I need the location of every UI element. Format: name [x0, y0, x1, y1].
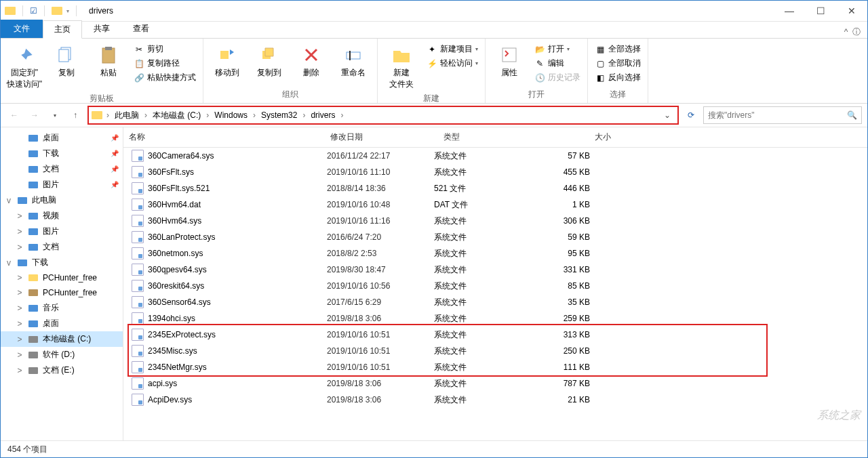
column-name[interactable]: 名称 — [123, 127, 325, 147]
delete-button[interactable]: 删除 — [292, 43, 331, 80]
up-button[interactable]: ↑ — [67, 107, 83, 123]
navigation-pane[interactable]: 桌面📌下载📌文档📌图片📌v此电脑>视频>图片>文档v下载>PCHunter_fr… — [1, 127, 123, 440]
open-button[interactable]: 📂打开 ▾ — [532, 43, 583, 56]
breadcrumb[interactable]: › 此电脑›本地磁盘 (C:)›Windows›System32›drivers… — [87, 106, 679, 125]
sidebar-item[interactable]: >本地磁盘 (C:) — [1, 331, 123, 347]
column-headers[interactable]: 名称 修改日期 类型 大小 — [123, 127, 867, 148]
column-type[interactable]: 类型 — [438, 127, 538, 147]
cut-button[interactable]: ✂剪切 — [131, 43, 199, 56]
chevron-right-icon[interactable]: › — [301, 110, 307, 120]
pin-to-quick-access-button[interactable]: 固定到" 快速访问" — [5, 43, 44, 91]
sidebar-item[interactable]: >文档 (E:) — [1, 362, 123, 378]
chevron-right-icon[interactable]: › — [143, 110, 149, 120]
sidebar-item[interactable]: >文档 — [1, 239, 123, 255]
expand-icon[interactable]: > — [16, 366, 24, 375]
table-row[interactable]: 2345NetMgr.sys2019/10/16 10:51系统文件111 KB — [123, 359, 867, 375]
table-row[interactable]: 360netmon.sys2018/8/2 2:53系统文件95 KB — [123, 245, 867, 262]
expand-icon[interactable]: v — [5, 258, 13, 268]
table-row[interactable]: 360Sensor64.sys2017/6/15 6:29系统文件35 KB — [123, 294, 867, 310]
sidebar-item[interactable]: >软件 (D:) — [1, 347, 123, 362]
table-row[interactable]: 2345Misc.sys2019/10/16 10:51系统文件250 KB — [123, 343, 867, 359]
sidebar-item[interactable]: v下载 — [1, 255, 123, 270]
forward-button[interactable]: → — [26, 107, 43, 123]
table-row[interactable]: 360Hvm64.sys2019/10/16 11:16系统文件306 KB — [123, 213, 867, 229]
sidebar-item[interactable]: >PCHunter_free — [1, 285, 123, 300]
qat-check-icon[interactable]: ☑ — [30, 6, 37, 16]
sidebar-item[interactable]: >视频 — [1, 208, 123, 224]
history-button[interactable]: 🕓历史记录 — [532, 71, 583, 84]
new-item-button[interactable]: ✦新建项目 ▾ — [424, 43, 481, 56]
qat-folder-icon[interactable] — [52, 7, 62, 15]
chevron-right-icon[interactable]: › — [205, 110, 210, 120]
refresh-button[interactable]: ⟳ — [683, 107, 699, 123]
back-button[interactable]: ← — [6, 107, 22, 123]
sidebar-item[interactable]: 桌面📌 — [1, 130, 123, 146]
file-list[interactable]: 名称 修改日期 类型 大小 360Camera64.sys2016/11/24 … — [123, 127, 867, 440]
table-row[interactable]: AcpiDev.sys2019/8/18 3:06系统文件21 KB — [123, 392, 867, 408]
select-none-button[interactable]: ▢全部取消 — [592, 57, 644, 70]
table-row[interactable]: 2345ExProtect.sys2019/10/16 10:51系统文件313… — [123, 327, 867, 343]
minimize-button[interactable]: — — [774, 1, 805, 21]
sidebar-item[interactable]: 图片📌 — [1, 177, 123, 192]
table-row[interactable]: 360qpesv64.sys2019/8/30 18:47系统文件331 KB — [123, 262, 867, 278]
sidebar-item[interactable]: v此电脑 — [1, 192, 123, 208]
breadcrumb-segment[interactable]: Windows — [210, 110, 252, 120]
expand-icon[interactable]: > — [16, 227, 24, 236]
chevron-right-icon[interactable]: › — [105, 110, 111, 120]
tab-home[interactable]: 主页 — [43, 20, 82, 39]
table-row[interactable]: 360FsFlt.sys2019/10/16 11:10系统文件455 KB — [123, 164, 867, 180]
sidebar-item[interactable]: >音乐 — [1, 300, 123, 316]
expand-icon[interactable]: v — [5, 196, 13, 205]
expand-icon[interactable]: > — [16, 288, 24, 297]
expand-icon[interactable]: > — [16, 243, 24, 252]
table-row[interactable]: 360FsFlt.sys.5212018/8/14 18:36521 文件446… — [123, 180, 867, 196]
invert-selection-button[interactable]: ◧反向选择 — [592, 71, 644, 84]
ribbon-collapse-button[interactable]: ^ ⓘ — [837, 26, 867, 38]
chevron-right-icon[interactable]: › — [339, 110, 344, 120]
easy-access-button[interactable]: ⚡轻松访问 ▾ — [424, 57, 481, 70]
expand-icon[interactable]: > — [16, 350, 24, 360]
table-row[interactable]: 1394ohci.sys2019/8/18 3:06系统文件259 KB — [123, 310, 867, 327]
table-row[interactable]: 360Camera64.sys2016/11/24 22:17系统文件57 KB — [123, 148, 867, 164]
sidebar-item[interactable]: 文档📌 — [1, 161, 123, 177]
sidebar-item[interactable]: >图片 — [1, 224, 123, 239]
sidebar-item[interactable]: >桌面 — [1, 316, 123, 331]
expand-icon[interactable]: > — [16, 211, 24, 221]
copy-path-button[interactable]: 📋复制路径 — [131, 57, 199, 70]
move-to-button[interactable]: 移动到 — [208, 43, 247, 80]
table-row[interactable]: 360LanProtect.sys2016/6/24 7:20系统文件59 KB — [123, 229, 867, 245]
column-date[interactable]: 修改日期 — [325, 127, 438, 147]
tab-view[interactable]: 查看 — [121, 20, 161, 38]
properties-button[interactable]: 属性 — [490, 43, 529, 80]
chevron-right-icon[interactable]: › — [252, 110, 257, 120]
paste-shortcut-button[interactable]: 🔗粘贴快捷方式 — [131, 71, 199, 84]
expand-icon[interactable]: > — [16, 304, 24, 313]
breadcrumb-segment[interactable]: System32 — [257, 110, 301, 120]
table-row[interactable]: acpi.sys2019/8/18 3:06系统文件787 KB — [123, 375, 867, 392]
maximize-button[interactable]: ☐ — [805, 1, 836, 21]
expand-icon[interactable]: > — [16, 335, 24, 344]
breadcrumb-segment[interactable]: 本地磁盘 (C:) — [149, 110, 205, 121]
rename-button[interactable]: 重命名 — [334, 43, 373, 80]
sidebar-item[interactable]: >PCHunter_free — [1, 270, 123, 285]
breadcrumb-segment[interactable]: drivers — [307, 110, 339, 120]
paste-button[interactable]: 粘贴 — [89, 43, 128, 80]
copy-to-button[interactable]: 复制到 — [250, 43, 289, 80]
table-row[interactable]: 360reskit64.sys2019/10/16 10:56系统文件85 KB — [123, 278, 867, 294]
expand-icon[interactable]: > — [16, 319, 24, 329]
edit-button[interactable]: ✎编辑 — [532, 57, 583, 70]
search-input[interactable]: 搜索"drivers" 🔍 — [703, 106, 862, 124]
new-folder-button[interactable]: 新建 文件夹 — [382, 43, 421, 91]
sidebar-item[interactable]: 下载📌 — [1, 146, 123, 161]
copy-button[interactable]: 复制 — [47, 43, 86, 80]
select-all-button[interactable]: ▦全部选择 — [592, 43, 644, 56]
tab-file[interactable]: 文件 — [1, 20, 43, 38]
tab-share[interactable]: 共享 — [82, 20, 121, 38]
recent-locations-button[interactable]: ▾ — [47, 107, 63, 123]
expand-icon[interactable]: > — [16, 273, 24, 283]
breadcrumb-segment[interactable]: 此电脑 — [111, 110, 143, 121]
address-dropdown-button[interactable]: ⌄ — [660, 110, 675, 120]
table-row[interactable]: 360Hvm64.dat2019/10/16 10:48DAT 文件1 KB — [123, 196, 867, 213]
close-button[interactable]: ✕ — [836, 1, 867, 21]
qat-dropdown-icon[interactable]: ▾ — [66, 8, 69, 14]
